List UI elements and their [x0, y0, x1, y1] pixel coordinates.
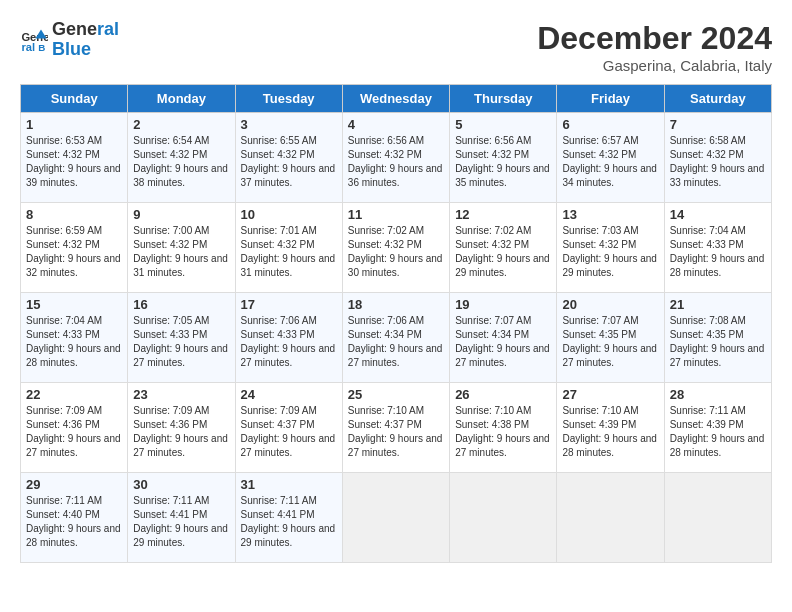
day-number: 16: [133, 297, 229, 312]
calendar-day-cell: 7 Sunrise: 6:58 AM Sunset: 4:32 PM Dayli…: [664, 113, 771, 203]
calendar-day-cell: 5 Sunrise: 6:56 AM Sunset: 4:32 PM Dayli…: [450, 113, 557, 203]
day-number: 8: [26, 207, 122, 222]
calendar-week-row: 22 Sunrise: 7:09 AM Sunset: 4:36 PM Dayl…: [21, 383, 772, 473]
day-number: 15: [26, 297, 122, 312]
month-title: December 2024: [537, 20, 772, 57]
calendar-table: SundayMondayTuesdayWednesdayThursdayFrid…: [20, 84, 772, 563]
empty-cell: [557, 473, 664, 563]
calendar-day-cell: 20 Sunrise: 7:07 AM Sunset: 4:35 PM Dayl…: [557, 293, 664, 383]
logo: Gene ral B General Blue: [20, 20, 119, 60]
calendar-week-row: 8 Sunrise: 6:59 AM Sunset: 4:32 PM Dayli…: [21, 203, 772, 293]
day-number: 18: [348, 297, 444, 312]
cell-content: Sunrise: 7:10 AM Sunset: 4:37 PM Dayligh…: [348, 404, 444, 460]
calendar-day-cell: 10 Sunrise: 7:01 AM Sunset: 4:32 PM Dayl…: [235, 203, 342, 293]
calendar-day-cell: 22 Sunrise: 7:09 AM Sunset: 4:36 PM Dayl…: [21, 383, 128, 473]
logo-icon: Gene ral B: [20, 26, 48, 54]
calendar-day-cell: 19 Sunrise: 7:07 AM Sunset: 4:34 PM Dayl…: [450, 293, 557, 383]
calendar-day-cell: 11 Sunrise: 7:02 AM Sunset: 4:32 PM Dayl…: [342, 203, 449, 293]
cell-content: Sunrise: 7:10 AM Sunset: 4:39 PM Dayligh…: [562, 404, 658, 460]
calendar-day-cell: 26 Sunrise: 7:10 AM Sunset: 4:38 PM Dayl…: [450, 383, 557, 473]
day-number: 10: [241, 207, 337, 222]
day-number: 23: [133, 387, 229, 402]
cell-content: Sunrise: 7:07 AM Sunset: 4:34 PM Dayligh…: [455, 314, 551, 370]
day-number: 3: [241, 117, 337, 132]
cell-content: Sunrise: 6:57 AM Sunset: 4:32 PM Dayligh…: [562, 134, 658, 190]
calendar-day-cell: 25 Sunrise: 7:10 AM Sunset: 4:37 PM Dayl…: [342, 383, 449, 473]
calendar-day-cell: 21 Sunrise: 7:08 AM Sunset: 4:35 PM Dayl…: [664, 293, 771, 383]
day-number: 29: [26, 477, 122, 492]
cell-content: Sunrise: 7:07 AM Sunset: 4:35 PM Dayligh…: [562, 314, 658, 370]
cell-content: Sunrise: 7:11 AM Sunset: 4:40 PM Dayligh…: [26, 494, 122, 550]
empty-cell: [450, 473, 557, 563]
cell-content: Sunrise: 7:02 AM Sunset: 4:32 PM Dayligh…: [455, 224, 551, 280]
day-header-thursday: Thursday: [450, 85, 557, 113]
header: Gene ral B General Blue December 2024 Ga…: [20, 20, 772, 74]
cell-content: Sunrise: 6:59 AM Sunset: 4:32 PM Dayligh…: [26, 224, 122, 280]
calendar-day-cell: 1 Sunrise: 6:53 AM Sunset: 4:32 PM Dayli…: [21, 113, 128, 203]
day-number: 25: [348, 387, 444, 402]
calendar-day-cell: 9 Sunrise: 7:00 AM Sunset: 4:32 PM Dayli…: [128, 203, 235, 293]
svg-text:ral: ral: [21, 41, 35, 53]
day-number: 28: [670, 387, 766, 402]
calendar-day-cell: 3 Sunrise: 6:55 AM Sunset: 4:32 PM Dayli…: [235, 113, 342, 203]
day-header-saturday: Saturday: [664, 85, 771, 113]
calendar-day-cell: 12 Sunrise: 7:02 AM Sunset: 4:32 PM Dayl…: [450, 203, 557, 293]
day-header-monday: Monday: [128, 85, 235, 113]
title-area: December 2024 Gasperina, Calabria, Italy: [537, 20, 772, 74]
day-number: 26: [455, 387, 551, 402]
empty-cell: [664, 473, 771, 563]
calendar-day-cell: 6 Sunrise: 6:57 AM Sunset: 4:32 PM Dayli…: [557, 113, 664, 203]
svg-text:B: B: [38, 41, 45, 52]
calendar-day-cell: 2 Sunrise: 6:54 AM Sunset: 4:32 PM Dayli…: [128, 113, 235, 203]
day-number: 13: [562, 207, 658, 222]
cell-content: Sunrise: 6:56 AM Sunset: 4:32 PM Dayligh…: [455, 134, 551, 190]
cell-content: Sunrise: 7:11 AM Sunset: 4:41 PM Dayligh…: [241, 494, 337, 550]
cell-content: Sunrise: 7:08 AM Sunset: 4:35 PM Dayligh…: [670, 314, 766, 370]
calendar-day-cell: 27 Sunrise: 7:10 AM Sunset: 4:39 PM Dayl…: [557, 383, 664, 473]
day-number: 27: [562, 387, 658, 402]
day-number: 30: [133, 477, 229, 492]
empty-cell: [342, 473, 449, 563]
calendar-day-cell: 24 Sunrise: 7:09 AM Sunset: 4:37 PM Dayl…: [235, 383, 342, 473]
calendar-day-cell: 30 Sunrise: 7:11 AM Sunset: 4:41 PM Dayl…: [128, 473, 235, 563]
calendar-day-cell: 23 Sunrise: 7:09 AM Sunset: 4:36 PM Dayl…: [128, 383, 235, 473]
cell-content: Sunrise: 7:01 AM Sunset: 4:32 PM Dayligh…: [241, 224, 337, 280]
days-header-row: SundayMondayTuesdayWednesdayThursdayFrid…: [21, 85, 772, 113]
day-number: 2: [133, 117, 229, 132]
cell-content: Sunrise: 7:02 AM Sunset: 4:32 PM Dayligh…: [348, 224, 444, 280]
day-number: 9: [133, 207, 229, 222]
calendar-week-row: 1 Sunrise: 6:53 AM Sunset: 4:32 PM Dayli…: [21, 113, 772, 203]
calendar-week-row: 29 Sunrise: 7:11 AM Sunset: 4:40 PM Dayl…: [21, 473, 772, 563]
day-header-wednesday: Wednesday: [342, 85, 449, 113]
day-number: 4: [348, 117, 444, 132]
calendar-day-cell: 15 Sunrise: 7:04 AM Sunset: 4:33 PM Dayl…: [21, 293, 128, 383]
cell-content: Sunrise: 6:54 AM Sunset: 4:32 PM Dayligh…: [133, 134, 229, 190]
calendar-day-cell: 18 Sunrise: 7:06 AM Sunset: 4:34 PM Dayl…: [342, 293, 449, 383]
cell-content: Sunrise: 7:09 AM Sunset: 4:36 PM Dayligh…: [133, 404, 229, 460]
cell-content: Sunrise: 7:06 AM Sunset: 4:33 PM Dayligh…: [241, 314, 337, 370]
calendar-day-cell: 17 Sunrise: 7:06 AM Sunset: 4:33 PM Dayl…: [235, 293, 342, 383]
cell-content: Sunrise: 7:09 AM Sunset: 4:36 PM Dayligh…: [26, 404, 122, 460]
cell-content: Sunrise: 7:11 AM Sunset: 4:39 PM Dayligh…: [670, 404, 766, 460]
cell-content: Sunrise: 6:58 AM Sunset: 4:32 PM Dayligh…: [670, 134, 766, 190]
calendar-day-cell: 14 Sunrise: 7:04 AM Sunset: 4:33 PM Dayl…: [664, 203, 771, 293]
logo-text: General Blue: [52, 20, 119, 60]
day-number: 20: [562, 297, 658, 312]
day-number: 5: [455, 117, 551, 132]
calendar-day-cell: 8 Sunrise: 6:59 AM Sunset: 4:32 PM Dayli…: [21, 203, 128, 293]
cell-content: Sunrise: 7:04 AM Sunset: 4:33 PM Dayligh…: [670, 224, 766, 280]
cell-content: Sunrise: 7:03 AM Sunset: 4:32 PM Dayligh…: [562, 224, 658, 280]
day-number: 22: [26, 387, 122, 402]
day-number: 1: [26, 117, 122, 132]
cell-content: Sunrise: 6:56 AM Sunset: 4:32 PM Dayligh…: [348, 134, 444, 190]
day-number: 11: [348, 207, 444, 222]
cell-content: Sunrise: 7:10 AM Sunset: 4:38 PM Dayligh…: [455, 404, 551, 460]
day-number: 7: [670, 117, 766, 132]
location-subtitle: Gasperina, Calabria, Italy: [537, 57, 772, 74]
calendar-week-row: 15 Sunrise: 7:04 AM Sunset: 4:33 PM Dayl…: [21, 293, 772, 383]
cell-content: Sunrise: 7:04 AM Sunset: 4:33 PM Dayligh…: [26, 314, 122, 370]
day-header-tuesday: Tuesday: [235, 85, 342, 113]
day-number: 12: [455, 207, 551, 222]
calendar-day-cell: 4 Sunrise: 6:56 AM Sunset: 4:32 PM Dayli…: [342, 113, 449, 203]
calendar-day-cell: 13 Sunrise: 7:03 AM Sunset: 4:32 PM Dayl…: [557, 203, 664, 293]
